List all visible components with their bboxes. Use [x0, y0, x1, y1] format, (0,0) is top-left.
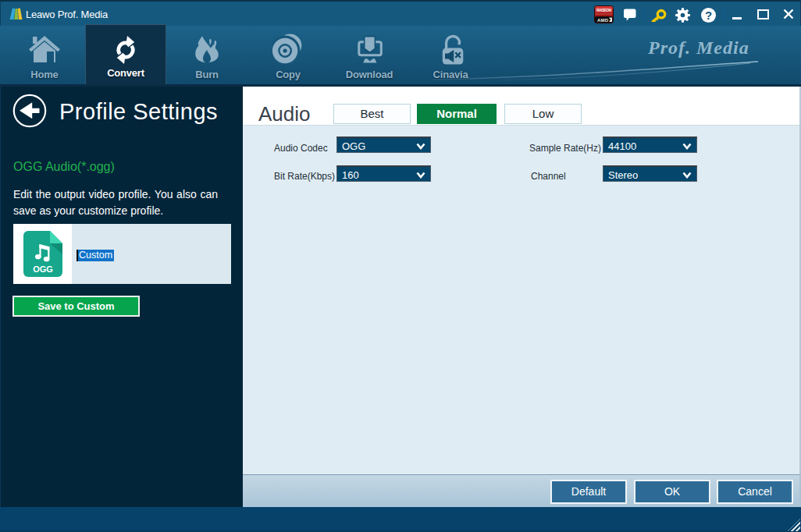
svg-text:AMD: AMD [597, 18, 609, 23]
svg-text:OGG: OGG [33, 264, 53, 274]
svg-text:RADEON: RADEON [596, 8, 611, 12]
